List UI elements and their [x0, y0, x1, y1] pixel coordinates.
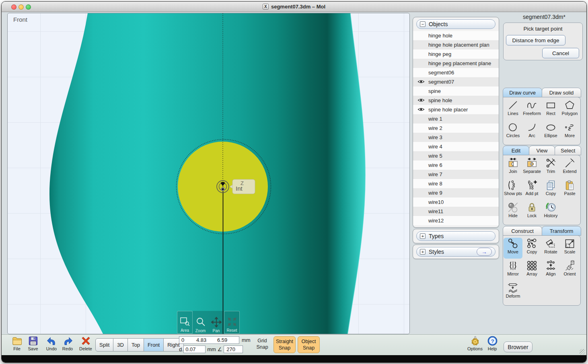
tool-move[interactable]: Move — [504, 238, 522, 259]
options-button[interactable]: Options — [466, 335, 484, 351]
object-list-item[interactable]: hinge hole — [413, 31, 499, 40]
visibility-eye-icon[interactable] — [417, 107, 425, 112]
zoom-button-viewport[interactable]: Zoom — [193, 311, 208, 334]
object-list-item[interactable]: wire 7 — [413, 170, 499, 179]
pan-button[interactable]: Pan — [208, 311, 224, 334]
object-list-item[interactable]: spine hole — [413, 96, 499, 105]
object-list-item[interactable]: wire 1 — [413, 114, 499, 123]
object-list-item[interactable]: segment07 — [413, 77, 499, 86]
tool-separate[interactable]: Separate — [522, 157, 541, 178]
object-list-item[interactable]: hinge hole placement plan — [413, 40, 499, 49]
tool-hide[interactable]: Hide — [504, 202, 522, 222]
xyz-coordinate-input[interactable]: 0 4.83 6.59 — [179, 336, 239, 344]
object-list-item[interactable]: wire 4 — [413, 142, 499, 151]
object-list-item[interactable]: wire 3 — [413, 133, 499, 142]
redo-button[interactable]: Redo — [60, 335, 76, 351]
view-front-button[interactable]: Front — [144, 338, 164, 352]
tool-paste[interactable]: Paste — [560, 179, 579, 200]
file-button[interactable]: File — [10, 335, 24, 351]
object-list-item[interactable]: spine — [413, 86, 499, 96]
tool-mirror[interactable]: Mirror — [504, 260, 522, 281]
tool-circles[interactable]: Circles — [504, 121, 522, 142]
tool-array[interactable]: Array — [522, 260, 541, 281]
tool-join[interactable]: Join — [504, 157, 522, 178]
distance-input[interactable]: 0.07 — [183, 345, 206, 353]
expand-icon[interactable]: + — [420, 233, 426, 239]
object-list-item[interactable]: hinge peg placement plane — [413, 59, 499, 68]
object-list-item[interactable]: wire 6 — [413, 160, 499, 170]
object-list-item[interactable]: hinge peg — [413, 49, 499, 59]
types-header[interactable]: + Types — [416, 231, 495, 241]
tab-draw-solid[interactable]: Draw solid — [542, 88, 581, 97]
tool-copy-transform[interactable]: Copy — [522, 238, 541, 259]
object-list-item[interactable]: wire11 — [413, 207, 499, 216]
tool-add-pt[interactable]: Add pt — [522, 179, 541, 200]
object-snap-toggle[interactable]: Object Snap — [298, 336, 320, 353]
grid-snap-toggle[interactable]: Grid Snap — [253, 337, 272, 351]
styles-arrow-button[interactable]: → — [477, 248, 492, 256]
object-list-item[interactable]: wire 2 — [413, 123, 499, 133]
help-button[interactable]: ? Help — [485, 335, 500, 351]
styles-header[interactable]: + Styles → — [416, 247, 495, 257]
tab-select[interactable]: Select — [555, 146, 581, 155]
close-button[interactable] — [11, 4, 16, 10]
viewport-canvas[interactable]: Front — [7, 13, 410, 334]
tool-arc[interactable]: Arc — [522, 121, 541, 142]
tab-draw-curve[interactable]: Draw curve — [503, 88, 542, 97]
tool-rotate[interactable]: Rotate — [541, 238, 560, 259]
tool-polygon[interactable]: Polygon — [560, 99, 579, 120]
show-points-icon — [508, 180, 518, 191]
tool-lines[interactable]: Lines — [504, 99, 522, 120]
visibility-eye-icon[interactable] — [417, 97, 425, 103]
angle-input[interactable]: 270 — [224, 345, 243, 353]
view-top-button[interactable]: Top — [128, 338, 144, 352]
tool-trim[interactable]: Trim — [541, 157, 560, 178]
browser-button[interactable]: Browser — [504, 341, 532, 352]
view-3d-button[interactable]: 3D — [113, 338, 128, 352]
object-list-item[interactable]: wire 9 — [413, 188, 499, 197]
object-list-item[interactable]: wire12 — [413, 216, 499, 225]
object-list-item[interactable]: wire 5 — [413, 151, 499, 160]
tab-view[interactable]: View — [529, 146, 555, 155]
object-list-item[interactable]: spine hole placer — [413, 105, 499, 114]
separate-icon — [526, 158, 537, 169]
objects-header[interactable]: − Objects — [416, 19, 495, 29]
object-list-item[interactable]: wire 8 — [413, 179, 499, 188]
area-zoom-button[interactable]: Area — [177, 311, 193, 334]
zoom-button[interactable] — [26, 4, 31, 10]
document-title: segment07.3dm* — [501, 14, 587, 20]
tool-copy-edit[interactable]: Copy — [541, 179, 560, 200]
tool-ellipse[interactable]: Ellipse — [541, 121, 560, 142]
tool-more[interactable]: More — [560, 121, 579, 142]
tab-edit[interactable]: Edit — [503, 146, 529, 155]
tool-scale[interactable]: Scale — [560, 238, 579, 259]
tool-show-pts[interactable]: Show pts — [504, 179, 522, 200]
tool-extend[interactable]: Extend — [560, 157, 579, 178]
undo-button[interactable]: Undo — [43, 335, 60, 351]
tool-rect[interactable]: Rect — [541, 99, 560, 120]
distance-from-edge-button[interactable]: Distance from edge — [506, 35, 565, 45]
tool-freeform[interactable]: Freeform — [522, 99, 541, 120]
straight-snap-toggle[interactable]: Straight Snap — [273, 336, 296, 353]
minimize-button[interactable] — [19, 4, 24, 10]
resize-grip[interactable] — [580, 349, 585, 355]
save-button[interactable]: Save — [26, 335, 40, 351]
tab-construct[interactable]: Construct — [503, 226, 542, 236]
tool-deform[interactable]: Deform — [504, 282, 522, 303]
bottom-toolbar: File Save Undo Redo — [2, 334, 586, 355]
object-list-item[interactable]: wire10 — [413, 197, 499, 207]
visibility-eye-icon[interactable] — [417, 79, 425, 84]
reset-view-button[interactable]: Reset — [224, 311, 240, 334]
object-list-item[interactable]: segment06 — [413, 68, 499, 77]
tool-orient[interactable]: Orient — [560, 260, 579, 281]
tool-history[interactable]: History — [541, 202, 560, 222]
tab-transform[interactable]: Transform — [542, 226, 581, 236]
tool-align[interactable]: Align — [541, 260, 560, 281]
view-split-button[interactable]: Split — [95, 338, 113, 352]
title-bar[interactable]: X segment07.3dm – MoI — [2, 2, 586, 12]
expand-icon[interactable]: + — [420, 249, 426, 255]
tool-lock[interactable]: Lock — [522, 202, 541, 222]
cancel-button[interactable]: Cancel — [542, 48, 579, 58]
collapse-icon[interactable]: − — [420, 21, 426, 27]
delete-button[interactable]: Delete — [76, 335, 95, 351]
